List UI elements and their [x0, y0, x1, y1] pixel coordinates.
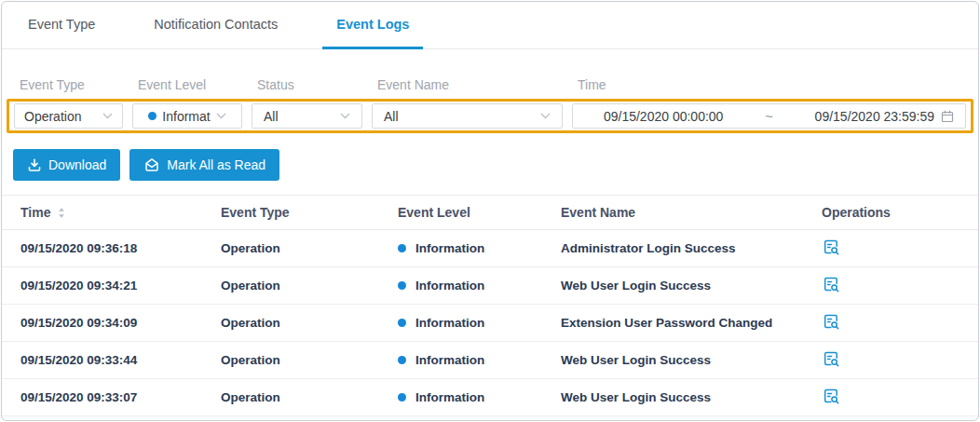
filter-labels-row: Event Type Event Level Status Event Name…: [14, 77, 978, 92]
info-level-dot-icon: [148, 112, 157, 120]
row-event-level: Information: [415, 316, 484, 330]
row-time: 09/15/2020 09:34:09: [20, 316, 137, 330]
row-event-level: Information: [415, 279, 484, 293]
event-level-select[interactable]: Informat: [132, 103, 242, 129]
filter-label-status: Status: [252, 77, 372, 92]
row-time: 09/15/2020 09:36:18: [20, 241, 137, 255]
event-name-value: All: [384, 109, 399, 124]
mail-open-icon: [143, 157, 160, 173]
table-row: 09/15/2020 09:36:18 Operation Informatio…: [2, 230, 978, 267]
sort-icon[interactable]: [58, 207, 65, 219]
row-event-name: Web User Login Success: [561, 390, 711, 404]
download-button[interactable]: Download: [13, 149, 120, 181]
table-header-row: Time Event Type Event Level Event Name O…: [2, 196, 978, 230]
calendar-icon: [940, 109, 955, 124]
time-range-start: 09/15/2020 00:00:00: [604, 109, 723, 124]
status-select[interactable]: All: [252, 103, 362, 129]
view-log-details-icon[interactable]: [822, 349, 840, 368]
column-header-operations: Operations: [822, 196, 978, 230]
tab-event-logs[interactable]: Event Logs: [322, 2, 423, 49]
chevron-down-icon: [540, 113, 551, 119]
tab-notification-contacts[interactable]: Notification Contacts: [140, 2, 292, 49]
info-level-dot-icon: [398, 244, 406, 252]
row-time: 09/15/2020 09:34:21: [20, 279, 137, 293]
filter-label-time: Time: [572, 77, 606, 92]
filter-label-event-type: Event Type: [14, 77, 132, 92]
table-row: 09/15/2020 09:34:09 Operation Informatio…: [2, 305, 978, 342]
row-event-type: Operation: [221, 279, 280, 293]
filter-label-event-name: Event Name: [372, 77, 572, 92]
table-row: 09/15/2020 09:33:44 Operation Informatio…: [2, 342, 978, 379]
event-logs-page: Event Type Notification Contacts Event L…: [1, 1, 979, 421]
time-range-picker[interactable]: 09/15/2020 00:00:00 ~ 09/15/2020 23:59:5…: [572, 103, 966, 129]
row-event-level: Information: [415, 353, 484, 367]
view-log-details-icon[interactable]: [822, 312, 840, 331]
row-time: 09/15/2020 09:33:44: [20, 353, 137, 367]
row-time: 09/15/2020 09:33:07: [20, 390, 137, 404]
row-event-type: Operation: [221, 353, 280, 367]
download-label: Download: [48, 157, 106, 172]
table-row: 09/15/2020 09:34:21 Operation Informatio…: [2, 267, 978, 305]
tab-bar: Event Type Notification Contacts Event L…: [2, 2, 978, 49]
chevron-down-icon: [216, 113, 226, 119]
mark-all-read-label: Mark All as Read: [167, 157, 265, 172]
column-header-time[interactable]: Time: [20, 205, 50, 220]
event-log-table: Time Event Type Event Level Event Name O…: [2, 195, 978, 416]
event-type-value: Operation: [24, 109, 81, 124]
event-type-select[interactable]: Operation: [14, 103, 123, 129]
row-event-level: Information: [415, 390, 484, 404]
column-header-event-level: Event Level: [398, 196, 561, 230]
time-range-end: 09/15/2020 23:59:59: [815, 109, 934, 124]
row-event-type: Operation: [221, 316, 280, 330]
time-range-separator: ~: [765, 109, 772, 124]
row-event-name: Web User Login Success: [561, 353, 711, 367]
event-name-select[interactable]: All: [372, 103, 563, 129]
toolbar: Download Mark All as Read: [13, 149, 978, 181]
row-event-name: Web User Login Success: [561, 279, 711, 293]
column-header-event-name: Event Name: [561, 196, 822, 230]
row-event-type: Operation: [221, 241, 280, 255]
row-event-type: Operation: [221, 390, 280, 404]
view-log-details-icon[interactable]: [822, 275, 840, 293]
chevron-down-icon: [102, 113, 113, 119]
info-level-dot-icon: [398, 281, 406, 290]
row-event-level: Information: [415, 241, 484, 255]
table-row: 09/15/2020 09:33:07 Operation Informatio…: [2, 379, 978, 416]
chevron-down-icon: [340, 113, 350, 119]
view-log-details-icon[interactable]: [822, 238, 840, 256]
column-header-event-type: Event Type: [221, 196, 398, 230]
info-level-dot-icon: [398, 393, 406, 402]
event-level-value: Informat: [162, 109, 210, 124]
filter-row-highlight: Operation Informat All All 09/15/2020: [7, 99, 973, 133]
mark-all-read-button[interactable]: Mark All as Read: [129, 149, 279, 181]
status-value: All: [264, 109, 279, 124]
info-level-dot-icon: [398, 356, 406, 364]
download-icon: [27, 157, 42, 172]
row-event-name: Extension User Password Changed: [561, 316, 772, 330]
info-level-dot-icon: [398, 319, 406, 327]
filter-label-event-level: Event Level: [132, 77, 252, 92]
view-log-details-icon[interactable]: [822, 387, 840, 405]
row-event-name: Administrator Login Success: [561, 241, 736, 255]
tab-event-type[interactable]: Event Type: [14, 2, 109, 49]
